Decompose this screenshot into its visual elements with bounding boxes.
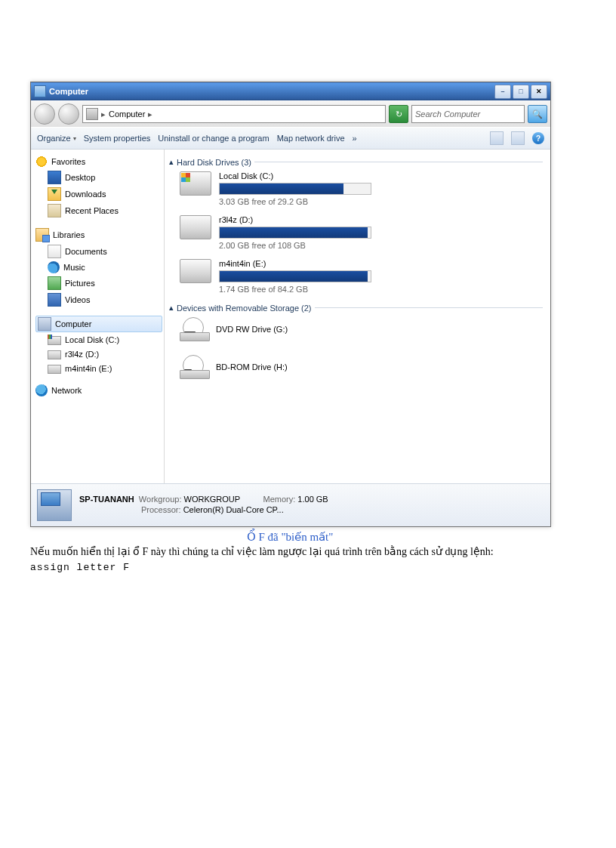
desktop-icon: [48, 171, 61, 184]
bd-drive-icon: BD: [180, 355, 208, 379]
titlebar: Computer – □ ✕: [31, 82, 550, 100]
device-name: DVD RW Drive (G:): [216, 325, 288, 334]
device-item[interactable]: DVD DVD RW Drive (G:): [180, 317, 543, 341]
drive-free: 2.00 GB free of 108 GB: [219, 241, 371, 250]
close-button[interactable]: ✕: [531, 85, 547, 99]
drive-item[interactable]: Local Disk (C:) 3.03 GB free of 29.2 GB: [180, 171, 543, 206]
drive-item[interactable]: r3l4z (D:) 2.00 GB free of 108 GB: [180, 215, 543, 250]
computer-large-icon: [37, 489, 72, 521]
hdd-icon: [180, 259, 211, 283]
downloads-icon: [48, 187, 61, 201]
usage-bar: [219, 227, 371, 239]
libraries-header[interactable]: Libraries: [35, 227, 162, 243]
sidebar-item-documents[interactable]: Documents: [35, 243, 162, 260]
device-name: BD-ROM Drive (H:): [216, 362, 288, 372]
star-icon: [35, 156, 48, 168]
hdd-icon: [48, 336, 61, 345]
device-item[interactable]: BD BD-ROM Drive (H:): [180, 355, 543, 379]
address-label: Computer: [109, 109, 145, 119]
body-paragraph: Nếu muốn hiển thị lại ổ F này thì chúng …: [30, 545, 550, 560]
music-icon: [48, 261, 60, 273]
libraries-icon: [35, 228, 49, 242]
figure-caption: Ổ F đã "biến mất": [30, 530, 550, 544]
drive-name: Local Disk (C:): [219, 171, 371, 180]
sidebar-item-drive-d[interactable]: r3l4z (D:): [35, 347, 162, 361]
sidebar: Favorites Desktop Downloads Recent Place…: [31, 150, 165, 483]
hdd-icon: [48, 365, 61, 374]
sidebar-item-recent[interactable]: Recent Places: [35, 202, 162, 219]
refresh-button[interactable]: ↻: [389, 105, 408, 123]
videos-icon: [48, 293, 61, 307]
address-field[interactable]: ▸ Computer ▸: [82, 105, 386, 123]
collapse-icon: ▴: [169, 157, 174, 167]
sidebar-item-music[interactable]: Music: [35, 260, 162, 275]
search-button[interactable]: 🔍: [528, 105, 547, 123]
usage-bar: [219, 270, 371, 282]
sidebar-item-desktop[interactable]: Desktop: [35, 169, 162, 186]
forward-button[interactable]: [58, 103, 79, 125]
favorites-header[interactable]: Favorites: [35, 154, 162, 169]
usage-bar: [219, 183, 371, 195]
sidebar-item-downloads[interactable]: Downloads: [35, 186, 162, 202]
uninstall-button[interactable]: Uninstall or change a program: [158, 134, 269, 143]
sidebar-item-pictures[interactable]: Pictures: [35, 275, 162, 291]
search-placeholder: Search Computer: [415, 109, 480, 119]
window-title: Computer: [49, 87, 88, 96]
hdd-icon: [48, 350, 61, 359]
search-input[interactable]: Search Computer: [411, 105, 525, 123]
collapse-icon: ▴: [169, 303, 174, 313]
chevron-right-icon: ▸: [101, 109, 106, 119]
code-line: assign letter F: [30, 561, 550, 575]
drive-free: 3.03 GB free of 29.2 GB: [219, 197, 371, 206]
maximize-button[interactable]: □: [513, 85, 529, 99]
hdd-icon: [180, 215, 211, 239]
group-hdd[interactable]: ▴Hard Disk Drives (3): [169, 157, 543, 167]
preview-pane-icon[interactable]: [511, 131, 525, 145]
chevron-right-icon: ▸: [148, 109, 152, 119]
network-icon: [35, 384, 48, 396]
sidebar-item-videos[interactable]: Videos: [35, 291, 162, 308]
group-removable[interactable]: ▴Devices with Removable Storage (2): [169, 303, 543, 313]
address-bar: ▸ Computer ▸ ↻ Search Computer 🔍: [31, 100, 550, 127]
organize-button[interactable]: Organize▾: [37, 134, 76, 143]
sidebar-item-network[interactable]: Network: [35, 383, 162, 398]
help-icon[interactable]: ?: [532, 132, 544, 144]
sidebar-item-local-c[interactable]: Local Disk (C:): [35, 332, 162, 347]
toolbar: Organize▾ System properties Uninstall or…: [31, 127, 550, 150]
pictures-icon: [48, 276, 61, 290]
documents-icon: [48, 245, 61, 258]
recent-icon: [48, 204, 61, 217]
minimize-button[interactable]: –: [494, 85, 511, 99]
computer-mini-icon: [86, 108, 98, 120]
system-properties-button[interactable]: System properties: [84, 134, 151, 143]
map-drive-button[interactable]: Map network drive: [277, 134, 345, 143]
sidebar-item-computer[interactable]: Computer: [35, 316, 162, 332]
drive-name: r3l4z (D:): [219, 215, 371, 224]
computer-icon: [38, 317, 51, 331]
sidebar-item-drive-e[interactable]: m4int4in (E:): [35, 361, 162, 375]
content-pane: ▴Hard Disk Drives (3) Local Disk (C:) 3.…: [165, 150, 550, 483]
details-pane: SP-TUANANH Workgroup: WORKGROUP Memory: …: [31, 483, 550, 526]
hdd-icon: [180, 171, 211, 196]
view-icon[interactable]: [490, 131, 504, 145]
drive-name: m4int4in (E:): [219, 259, 371, 268]
toolbar-overflow[interactable]: »: [353, 134, 357, 143]
explorer-window: Computer – □ ✕ ▸ Computer ▸ ↻ Search Com…: [30, 82, 551, 527]
back-button[interactable]: [34, 103, 55, 125]
computer-name: SP-TUANANH: [79, 495, 134, 504]
drive-item[interactable]: m4int4in (E:) 1.74 GB free of 84.2 GB: [180, 259, 543, 294]
dvd-drive-icon: DVD: [180, 317, 208, 341]
drive-free: 1.74 GB free of 84.2 GB: [219, 285, 371, 294]
computer-icon: [34, 85, 46, 97]
